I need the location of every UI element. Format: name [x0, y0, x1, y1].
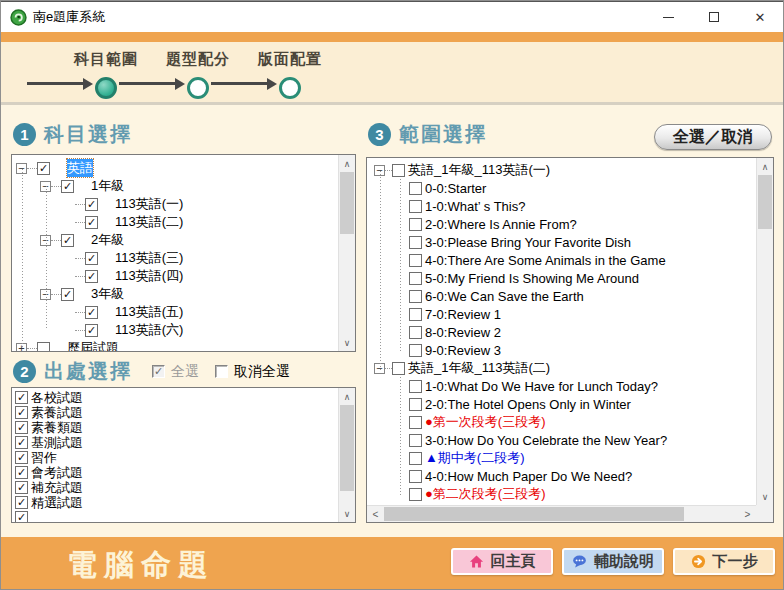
tree-checkbox[interactable] [409, 434, 422, 447]
tree-checkbox[interactable] [37, 162, 50, 175]
range-tree-row[interactable]: 英語_1年級_113英語(二) [367, 359, 753, 377]
tree-expander-icon[interactable] [374, 165, 385, 176]
range-tree-row[interactable]: 7-0:Review 1 [367, 305, 753, 323]
tree-item-label[interactable]: ●第二次段考(三段考) [425, 485, 546, 503]
source-item-checkbox[interactable] [15, 466, 28, 479]
tree-item-label[interactable]: 2-0:Where Is Annie From? [425, 217, 577, 232]
range-tree-row[interactable]: ●第一次段考(三段考) [367, 413, 753, 431]
select-all-checkbox[interactable] [152, 365, 165, 378]
subject-tree-row[interactable]: 3年級 [12, 285, 355, 303]
source-item-checkbox[interactable] [15, 451, 28, 464]
tree-checkbox[interactable] [85, 198, 98, 211]
deselect-all-checkbox[interactable] [215, 365, 228, 378]
tree-checkbox[interactable] [37, 342, 50, 353]
range-tree-row[interactable]: 9-0:Review 3 [367, 341, 753, 359]
next-step-button[interactable]: 下一步 [673, 548, 775, 575]
tree-checkbox[interactable] [409, 452, 422, 465]
tree-checkbox[interactable] [85, 252, 98, 265]
tree-checkbox[interactable] [409, 182, 422, 195]
range-tree-row[interactable]: 英語_1年級_113英語(一) [367, 161, 753, 179]
tree-checkbox[interactable] [409, 308, 422, 321]
minimize-button[interactable] [645, 2, 691, 32]
subject-tree-row[interactable]: 113英語(五) [12, 303, 355, 321]
tree-item-label[interactable]: 1年級 [91, 177, 124, 195]
select-all-checkbox-group[interactable]: 全選 [152, 363, 199, 381]
tree-item-label[interactable]: 3-0:Please Bring Your Favorite Dish [425, 235, 631, 250]
range-tree-row[interactable]: 8-0:Review 2 [367, 323, 753, 341]
scroll-down-icon[interactable]: ∨ [339, 505, 355, 522]
tree-item-label[interactable]: 8-0:Review 2 [425, 325, 501, 340]
tree-checkbox[interactable] [409, 470, 422, 483]
tree-checkbox[interactable] [409, 272, 422, 285]
tree-checkbox[interactable] [85, 306, 98, 319]
range-tree-row[interactable]: 1-0:What Do We Have for Lunch Today? [367, 377, 753, 395]
tree-item-label[interactable]: 7-0:Review 1 [425, 307, 501, 322]
scroll-thumb[interactable] [384, 507, 684, 521]
maximize-button[interactable] [691, 2, 737, 32]
tree-item-label[interactable]: 英語_1年級_113英語(一) [408, 161, 550, 179]
tree-item-label[interactable]: 113英語(二) [115, 213, 183, 231]
subject-tree-scrollbar[interactable]: ∧ ∨ [338, 155, 355, 351]
tree-item-label[interactable]: 2-0:The Hotel Opens Only in Winter [425, 397, 631, 412]
scroll-up-icon[interactable]: ∧ [339, 155, 355, 172]
tree-checkbox[interactable] [409, 326, 422, 339]
close-button[interactable]: ✕ [737, 2, 783, 32]
range-tree-row[interactable]: 6-0:We Can Save the Earth [367, 287, 753, 305]
tree-checkbox[interactable] [392, 362, 405, 375]
scroll-left-icon[interactable]: < [367, 506, 384, 522]
range-tree-row[interactable]: 3-0:Please Bring Your Favorite Dish [367, 233, 753, 251]
tree-checkbox[interactable] [409, 236, 422, 249]
tree-item-label[interactable]: 113英語(四) [115, 267, 183, 285]
tree-checkbox[interactable] [392, 164, 405, 177]
tree-checkbox[interactable] [409, 398, 422, 411]
tree-expander-icon[interactable] [40, 235, 51, 246]
range-tree-vscrollbar[interactable]: ∧ ∨ [756, 158, 773, 505]
wizard-step[interactable]: 版面配置 [244, 50, 336, 99]
source-list-item[interactable]: 基測試題 [12, 435, 355, 450]
tree-checkbox[interactable] [409, 416, 422, 429]
tree-item-label[interactable]: 5-0:My Friend Is Showing Me Around [425, 271, 639, 286]
scroll-down-icon[interactable]: ∨ [757, 488, 773, 505]
source-item-checkbox[interactable] [15, 421, 28, 434]
tree-checkbox[interactable] [409, 290, 422, 303]
tree-item-label[interactable]: 4-0:There Are Some Animals in the Game [425, 253, 666, 268]
tree-item-label[interactable]: 1-0:What Do We Have for Lunch Today? [425, 379, 658, 394]
tree-checkbox[interactable] [409, 218, 422, 231]
tree-checkbox[interactable] [409, 254, 422, 267]
wizard-step[interactable]: 題型配分 [152, 50, 244, 99]
tree-checkbox[interactable] [409, 200, 422, 213]
tree-item-label[interactable]: 歷屆試題 [67, 339, 119, 352]
source-item-checkbox[interactable] [15, 496, 28, 509]
tree-item-label[interactable]: 9-0:Review 3 [425, 343, 501, 358]
source-list-item[interactable]: 精選試題 [12, 495, 355, 510]
tree-item-label[interactable]: 英語 [67, 159, 93, 177]
tree-expander-icon[interactable] [374, 363, 385, 374]
tree-checkbox[interactable] [61, 234, 74, 247]
range-tree-row[interactable]: 4-0:There Are Some Animals in the Game [367, 251, 753, 269]
scroll-thumb[interactable] [758, 175, 772, 229]
subject-tree-row[interactable]: 113英語(四) [12, 267, 355, 285]
tree-item-label[interactable]: 英語_1年級_113英語(二) [408, 359, 550, 377]
subject-tree-row[interactable]: 英語 [12, 159, 355, 177]
tree-item-label[interactable]: 3-0:How Do You Celebrate the New Year? [425, 433, 667, 448]
range-tree-hscrollbar[interactable]: < > [367, 505, 756, 522]
tree-expander-icon[interactable] [16, 343, 27, 353]
range-tree-row[interactable]: 3-0:How Do You Celebrate the New Year? [367, 431, 753, 449]
source-item-checkbox[interactable] [15, 481, 28, 494]
source-item-checkbox[interactable] [15, 406, 28, 419]
range-tree-row[interactable]: 5-0:My Friend Is Showing Me Around [367, 269, 753, 287]
wizard-step[interactable]: 科目範圍 [60, 50, 152, 99]
tree-item-label[interactable]: 113英語(五) [115, 303, 183, 321]
tree-item-label[interactable]: ●第一次段考(三段考) [425, 413, 546, 431]
range-tree-row[interactable]: 2-0:Where Is Annie From? [367, 215, 753, 233]
tree-checkbox[interactable] [85, 270, 98, 283]
tree-expander-icon[interactable] [16, 163, 27, 174]
tree-item-label[interactable]: 6-0:We Can Save the Earth [425, 289, 584, 304]
range-tree-row[interactable]: ▲期中考(二段考) [367, 449, 753, 467]
source-item-checkbox[interactable] [15, 511, 28, 523]
subject-tree-row[interactable]: 2年級 [12, 231, 355, 249]
tree-item-label[interactable]: 2年級 [91, 231, 124, 249]
help-button[interactable]: 輔助說明 [562, 548, 664, 575]
source-item-label[interactable]: 精選試題 [31, 494, 83, 512]
range-tree-row[interactable]: 2-0:The Hotel Opens Only in Winter [367, 395, 753, 413]
